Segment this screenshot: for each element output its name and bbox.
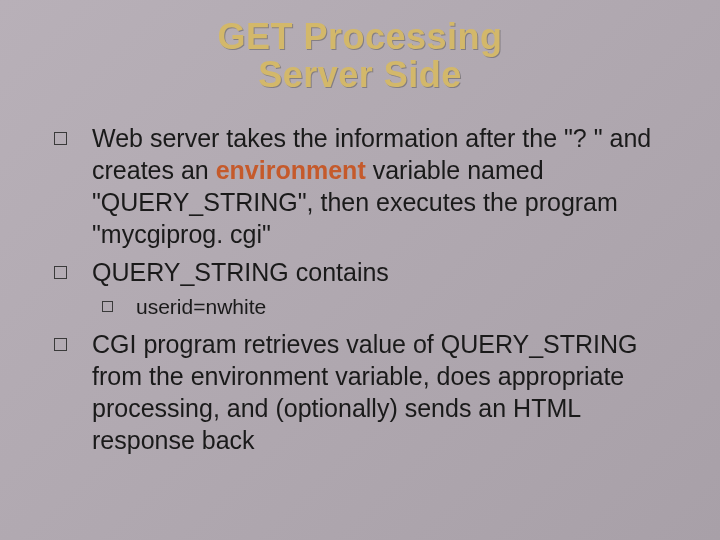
bullet-item: CGI program retrieves value of QUERY_STR… [48,328,672,456]
square-bullet-icon [102,301,113,312]
bullet-text: CGI program retrieves value of QUERY_STR… [92,330,638,454]
bullet-item: Web server takes the information after t… [48,122,672,250]
title-line-2: Server Side [258,54,462,95]
bullet-list: Web server takes the information after t… [48,122,672,457]
square-bullet-icon [54,266,67,279]
slide-title: GET Processing Server Side [48,18,672,94]
square-bullet-icon [54,132,67,145]
sub-bullet-item: userid=nwhite [92,294,672,321]
bullet-item: QUERY_STRING contains userid=nwhite [48,256,672,321]
square-bullet-icon [54,338,67,351]
sub-bullet-text: userid=nwhite [136,295,266,318]
bullet-text: QUERY_STRING contains [92,258,389,286]
title-line-1: GET Processing [217,16,502,57]
slide: GET Processing Server Side Web server ta… [0,0,720,540]
sub-bullet-list: userid=nwhite [92,294,672,321]
emphasis-text: environment [216,156,366,184]
